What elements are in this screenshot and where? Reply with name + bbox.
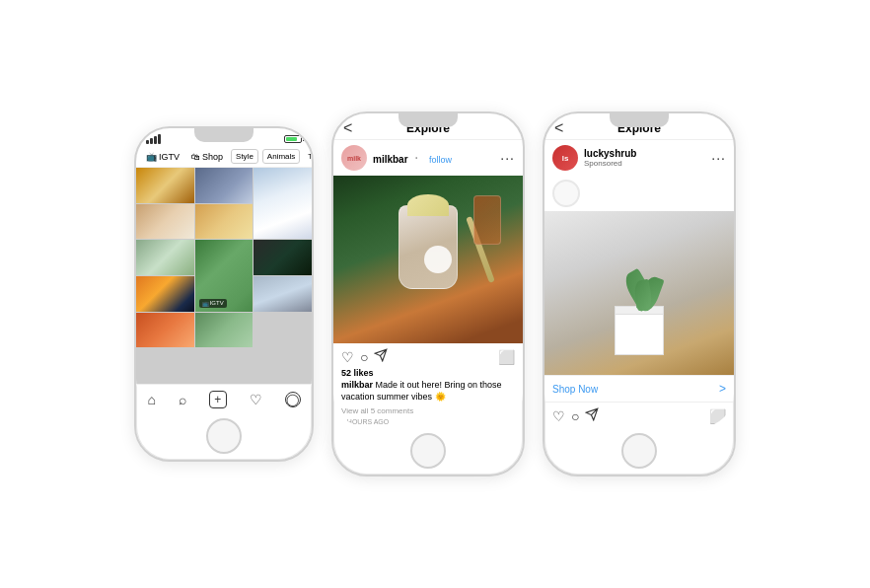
phones-container: 9:41 AM 📺 IGTV 🛍 Shop Style Animals TV &…: [114, 92, 756, 496]
more-options-icon-3[interactable]: ···: [711, 150, 726, 166]
nav-style[interactable]: Style: [231, 149, 258, 164]
grid-cell-6[interactable]: [136, 240, 194, 275]
post-image-bg: [333, 176, 523, 343]
profile-nav-icon[interactable]: ◯: [285, 392, 301, 407]
home-nav-icon[interactable]: ⌂: [147, 392, 155, 407]
post-actions: ♡ ○ ⬜: [333, 343, 523, 368]
explore-header-3: < Explore: [544, 113, 734, 140]
share-icon-3[interactable]: [585, 407, 599, 424]
post-caption: milkbar Made it out here! Bring on those…: [333, 378, 523, 404]
bookmark-icon[interactable]: ⬜: [498, 349, 515, 365]
post-comments[interactable]: View all 5 comments: [333, 404, 523, 417]
power-button: [312, 207, 314, 237]
post-user-info-3: luckyshrub Sponsored: [584, 148, 636, 168]
post-avatar[interactable]: milk: [341, 145, 367, 171]
heart-nav-icon[interactable]: ♡: [250, 392, 262, 407]
post-time: 3 HOURS AGO: [333, 417, 523, 427]
grid-cell-1[interactable]: [136, 168, 194, 203]
lucky-username[interactable]: luckyshrub: [584, 148, 636, 159]
post-username[interactable]: milkbar: [373, 154, 408, 165]
category-nav-bar: 📺 IGTV 🛍 Shop Style Animals TV & M: [136, 146, 312, 168]
grid-cell-10[interactable]: [254, 276, 312, 312]
battery-icon: [284, 135, 302, 143]
back-button[interactable]: <: [343, 119, 352, 137]
post-header: milk milkbar · follow ···: [333, 140, 523, 176]
loading-area: [544, 176, 734, 211]
play-button[interactable]: [424, 246, 452, 273]
nav-shop[interactable]: 🛍 Shop: [187, 150, 227, 164]
search-nav-icon[interactable]: ⌕: [179, 392, 186, 407]
status-bar: 9:41 AM: [136, 128, 312, 146]
volume-up-button-3: [543, 183, 544, 202]
nav-tv[interactable]: TV & M: [304, 150, 312, 163]
shop-icon: 🛍: [191, 152, 200, 162]
post-actions-3: ♡ ○ ⬜: [544, 402, 734, 427]
shop-now-arrow-icon: >: [719, 382, 726, 396]
loading-circle: [552, 180, 580, 207]
phone-3: < Explore ls luckyshrub Sponsored ···: [543, 111, 736, 477]
comment-icon[interactable]: ○: [360, 349, 368, 365]
phone-1: 9:41 AM 📺 IGTV 🛍 Shop Style Animals TV &…: [134, 126, 314, 462]
grid-cell-11[interactable]: [136, 313, 194, 348]
lucky-avatar[interactable]: ls: [552, 145, 578, 171]
igtv-badge: 📺 IGTV: [199, 299, 227, 308]
explore-grid: 📺 IGTV: [136, 168, 312, 384]
like-icon[interactable]: ♡: [341, 349, 354, 365]
dot-separator: ·: [414, 149, 418, 166]
food-topping: [407, 194, 449, 216]
status-time: 9:41 AM: [207, 135, 237, 144]
post-likes: 52 likes: [333, 368, 523, 378]
grid-cell-7[interactable]: 📺 IGTV: [195, 240, 254, 311]
grid-cell-5[interactable]: [195, 204, 254, 240]
post-user-info: milkbar · follow: [373, 149, 452, 167]
share-icon[interactable]: [374, 348, 388, 365]
phone-2: < Explore milk milkbar · follow ···: [331, 111, 525, 477]
grid-cell-2[interactable]: [195, 168, 254, 203]
phone-2-screen: < Explore milk milkbar · follow ···: [333, 113, 523, 427]
home-button[interactable]: [206, 418, 242, 454]
explore-title: Explore: [406, 121, 450, 135]
power-button-2: [523, 192, 525, 222]
phone-3-screen: < Explore ls luckyshrub Sponsored ···: [544, 113, 734, 427]
food-item: [399, 205, 458, 289]
tv-icon: 📺: [146, 152, 157, 162]
igtv-icon: 📺: [202, 300, 209, 307]
add-nav-icon[interactable]: +: [209, 391, 227, 408]
like-icon-3[interactable]: ♡: [552, 408, 565, 424]
nav-animals[interactable]: Animals: [262, 149, 300, 164]
post-header-3: ls luckyshrub Sponsored ···: [544, 140, 734, 176]
comment-icon-3[interactable]: ○: [571, 408, 579, 424]
bookmark-icon-3[interactable]: ⬜: [709, 408, 726, 424]
grid-cell-4[interactable]: [136, 204, 194, 240]
signal-icon: [146, 134, 161, 144]
back-button-3[interactable]: <: [554, 119, 563, 137]
home-button-3[interactable]: [621, 433, 657, 469]
grid-cell-3[interactable]: [254, 168, 312, 239]
shop-now-bar[interactable]: Shop Now >: [544, 375, 734, 402]
shop-now-text: Shop Now: [552, 384, 598, 395]
explore-title-3: Explore: [617, 121, 661, 135]
bottom-nav-bar: ⌂ ⌕ + ♡ ◯: [136, 384, 312, 412]
drink-glass: [473, 195, 501, 245]
post-image[interactable]: [333, 176, 523, 343]
grid-cell-12[interactable]: [195, 313, 254, 348]
explore-header: < Explore: [333, 113, 523, 140]
nav-igtv[interactable]: 📺 IGTV: [142, 150, 183, 164]
grid-cell-8[interactable]: [254, 240, 312, 275]
home-button-2[interactable]: [410, 433, 446, 469]
power-button-3: [734, 192, 736, 222]
follow-button[interactable]: follow: [429, 155, 452, 165]
more-options-icon[interactable]: ···: [500, 150, 515, 166]
phone-1-screen: 9:41 AM 📺 IGTV 🛍 Shop Style Animals TV &…: [136, 128, 312, 412]
sponsored-label: Sponsored: [584, 159, 636, 168]
plant-pot: [615, 306, 664, 355]
plant-image[interactable]: [544, 211, 734, 375]
grid-cell-9[interactable]: [136, 276, 194, 312]
caption-username: milkbar: [341, 380, 373, 390]
